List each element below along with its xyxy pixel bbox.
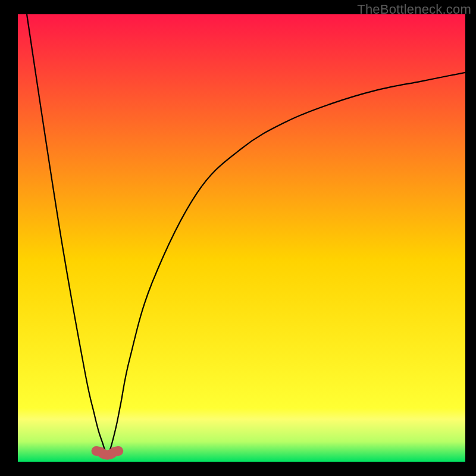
- chart-svg: [18, 14, 465, 462]
- chart-outer: TheBottleneck.com: [0, 0, 476, 476]
- bottleneck-marker-u: [96, 451, 119, 455]
- chart-background: [18, 14, 465, 462]
- chart-plot-area: [18, 14, 465, 462]
